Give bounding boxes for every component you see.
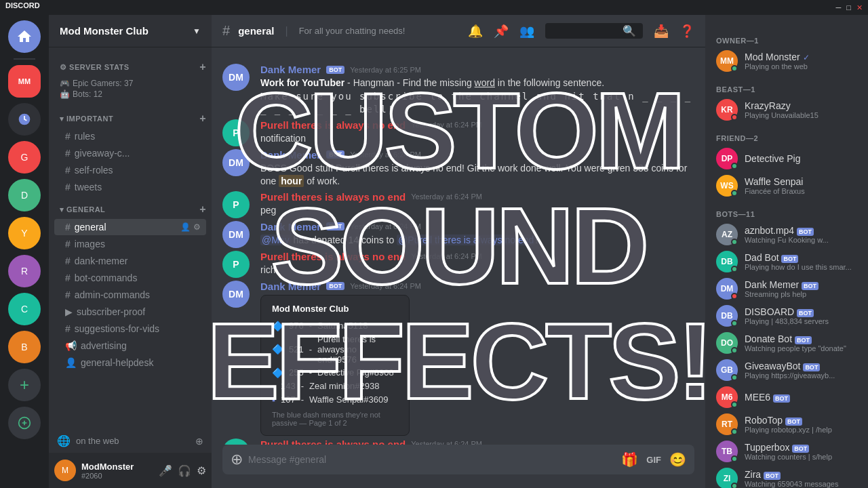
channel-subscriber-proof[interactable]: ▶ subscriber-proof <box>54 304 206 320</box>
close-btn[interactable]: ✕ <box>856 3 863 12</box>
member-item[interactable]: M6 MEE6 BOT <box>711 384 863 411</box>
member-item[interactable]: GB GiveawayBot BOT Playing https://givea… <box>711 357 863 384</box>
channel-advertising[interactable]: 📢 advertising <box>54 338 206 354</box>
member-item[interactable]: DB Dad Bot BOT Playing how do I use this… <box>711 248 863 275</box>
message-input[interactable] <box>248 454 616 465</box>
hash-icon: # <box>65 289 71 300</box>
messages-area[interactable]: CUSTOM SOUND EFFECTS! DM Dank Memer BOT … <box>212 47 705 445</box>
pin-icon[interactable]: 📌 <box>494 24 509 39</box>
user-tag: #2060 <box>81 472 153 480</box>
search-bar[interactable]: 🔍 <box>545 23 643 39</box>
richest-popup: Mod Monster Club 🔷 976 - Saturn#5118 🔷 5… <box>260 295 410 436</box>
add-server-btn[interactable]: + <box>8 369 41 401</box>
bot-badge: BOT <box>326 222 344 230</box>
member-item[interactable]: DP Detective Pig <box>711 145 863 172</box>
member-item[interactable]: DO Donate Bot BOT Watching people type "… <box>711 329 863 357</box>
richest-name: Waffle Senpai#3609 <box>309 394 388 405</box>
server-icon-5[interactable]: Y <box>8 217 41 249</box>
member-info: GiveawayBot BOT Playing https://giveaway… <box>745 361 857 380</box>
member-item[interactable]: RT RoboTop BOT Playing robotop.xyz | /he… <box>711 411 863 438</box>
member-avatar: RT <box>716 413 738 435</box>
gift-icon[interactable]: 🎁 <box>621 451 638 468</box>
server-icon-4[interactable]: D <box>8 179 41 211</box>
member-status: Watching Fu Kooking w... <box>745 236 857 244</box>
emoji-btn[interactable]: 😊 <box>669 451 686 468</box>
avatar: DM <box>222 221 250 248</box>
server-icon-8[interactable]: B <box>8 331 41 363</box>
member-item[interactable]: DB DISBOARD BOT Playing | 483,834 server… <box>711 302 863 329</box>
channel-images[interactable]: # images <box>54 236 206 252</box>
channel-general[interactable]: # general 👤 ⚙ <box>54 219 206 235</box>
avatar: DM <box>222 281 250 308</box>
member-item[interactable]: MM Mod Monster ✓ Playing on the web <box>711 47 863 75</box>
member-item[interactable]: DM Dank Memer BOT Streaming pls help <box>711 275 863 302</box>
add-link-icon[interactable]: ⊕ <box>195 436 203 447</box>
search-input[interactable] <box>551 26 618 36</box>
member-item[interactable]: AZ aznbot.mp4 BOT Watching Fu Kooking w.… <box>711 221 863 248</box>
explore-btn[interactable] <box>8 407 41 439</box>
server-stats: 🎮 Epic Gamers: 37 🤖 Bots: 12 <box>49 76 212 104</box>
member-item[interactable]: WS Waffle Senpai Fiancée of Braxus <box>711 172 863 199</box>
member-item[interactable]: KR KrazyRazy Playing Unavailable15 <box>711 96 863 123</box>
channel-giveaway[interactable]: # giveaway-c... <box>54 145 206 161</box>
minimize-btn[interactable]: ─ <box>836 3 842 12</box>
member-name: KrazyRazy <box>745 100 857 111</box>
member-status: Watching people type "donate" <box>745 344 857 352</box>
mute-btn[interactable]: 🎤 <box>159 464 172 477</box>
category-general[interactable]: ▾ GENERAL + <box>49 201 212 218</box>
message-author: Dank Memer <box>260 281 321 292</box>
channels-list: ⚙ SERVER STATS + 🎮 Epic Gamers: 37 🤖 Bot… <box>49 47 212 429</box>
member-name: GiveawayBot BOT <box>745 361 857 371</box>
member-status: Watching counters | s/help <box>745 453 857 461</box>
channel-bot-commands[interactable]: # bot-commands <box>54 270 206 286</box>
message-header: Purell theres is always no end Yesterday… <box>260 191 694 203</box>
on-the-web-link[interactable]: 🌐 on the web ⊕ <box>49 429 212 453</box>
deafen-btn[interactable]: 🎧 <box>178 464 191 477</box>
main-content: # general | For all your chatting needs!… <box>212 15 705 488</box>
message-text: Work for YouTuber - Hangman - Find the m… <box>260 77 694 90</box>
message-timestamp: Yesterday at 6:24 PM <box>350 222 421 230</box>
server-icon-7[interactable]: C <box>8 293 41 325</box>
maximize-btn[interactable]: □ <box>846 3 851 12</box>
channel-suggestions-label: suggestions-for-vids <box>75 323 159 334</box>
channel-admin-commands[interactable]: # admin-commands <box>54 287 206 303</box>
hash-icon: 📢 <box>65 340 77 351</box>
discord-logo: DISCORD <box>5 1 40 9</box>
home-button[interactable] <box>8 20 41 53</box>
server-icon-6[interactable]: R <box>8 255 41 287</box>
category-important[interactable]: ▾ IMPORTANT + <box>49 110 212 127</box>
message-text: BOSS Good stuff Purell theres is always … <box>260 162 694 188</box>
channel-tweets[interactable]: # tweets <box>54 179 206 195</box>
inbox-icon[interactable]: 📥 <box>654 24 669 39</box>
help-icon[interactable]: ❓ <box>679 24 694 39</box>
settings-btn[interactable]: ⚙ <box>197 464 206 477</box>
member-item[interactable]: ZI Zira BOT Watching 659043 messages <box>711 465 863 488</box>
add-member-icon[interactable]: 👤 <box>180 222 191 232</box>
server-icon-2[interactable] <box>8 103 41 136</box>
member-name: RoboTop BOT <box>745 415 857 426</box>
server-icon-3[interactable]: G <box>8 141 41 174</box>
gif-btn[interactable]: GIF <box>646 455 661 465</box>
members-icon[interactable]: 👥 <box>519 24 534 39</box>
guild-header[interactable]: Mod Monster Club ▼ <box>49 15 212 47</box>
avatar: P <box>222 251 250 278</box>
attach-file-btn[interactable]: ⊕ <box>231 451 243 468</box>
notification-bell-icon[interactable]: 🔔 <box>468 24 483 39</box>
richest-rank: 521 <box>289 344 304 354</box>
settings-icon[interactable]: ⚙ <box>193 222 201 232</box>
channel-rules[interactable]: # rules <box>54 128 206 144</box>
add-general-channel-icon[interactable]: + <box>199 203 206 216</box>
message-content: Purell theres is always no end Yesterday… <box>260 439 694 445</box>
member-info: Tupperbox BOT Watching counters | s/help <box>745 442 857 461</box>
channel-dank-memer[interactable]: # dank-memer <box>54 253 206 269</box>
message-group: DM Dank Memer BOT Yesterday at 6:24 PM M… <box>212 279 705 437</box>
channel-self-roles[interactable]: # self-roles <box>54 162 206 178</box>
channel-rules-label: rules <box>75 131 95 142</box>
server-icon-mod-monster[interactable]: MM <box>8 65 41 98</box>
channel-helpdesk[interactable]: 👤 general-helpdesk <box>54 354 206 371</box>
add-important-channel-icon[interactable]: + <box>199 113 206 125</box>
message-header: Dank Memer BOT Yesterday at 6:25 PM <box>260 64 694 75</box>
add-channel-icon[interactable]: + <box>199 61 206 73</box>
channel-suggestions[interactable]: # suggestions-for-vids <box>54 321 206 337</box>
member-item[interactable]: TB Tupperbox BOT Watching counters | s/h… <box>711 438 863 465</box>
